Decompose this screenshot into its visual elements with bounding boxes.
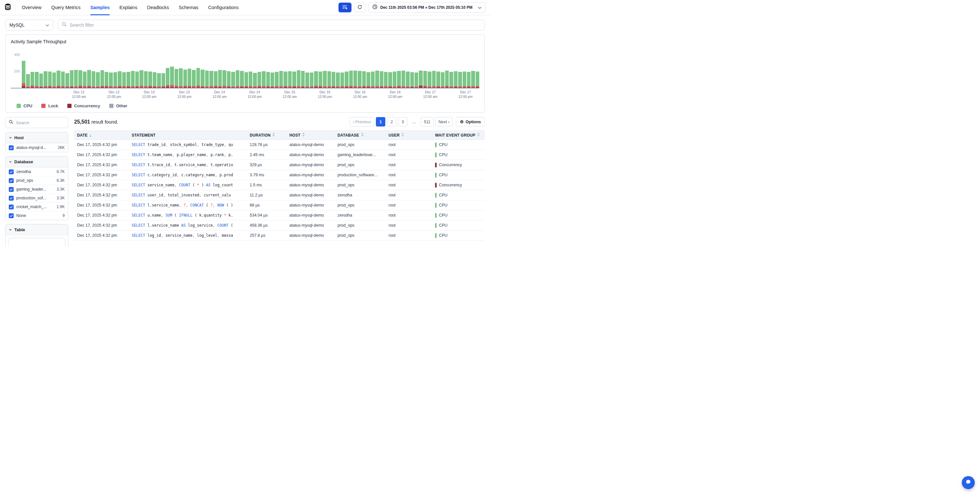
chart-bar[interactable]: [332, 72, 335, 88]
chart-bar[interactable]: [148, 72, 152, 88]
chart-bar[interactable]: [61, 72, 65, 88]
chart-bar[interactable]: [253, 73, 256, 88]
chart-bar[interactable]: [454, 71, 458, 88]
chart-bar[interactable]: [200, 70, 204, 88]
chart-bar[interactable]: [415, 73, 418, 88]
chart-bar[interactable]: [279, 71, 283, 88]
chart-bar[interactable]: [436, 72, 440, 88]
chart-bar[interactable]: [458, 72, 462, 88]
column-header-date[interactable]: DATE↓: [74, 133, 129, 138]
chart-bar[interactable]: [314, 71, 318, 88]
column-header-user[interactable]: USER: [386, 132, 432, 138]
chart-bar[interactable]: [245, 72, 248, 88]
facet-item[interactable]: zerodha8.7K: [6, 167, 68, 176]
chart-bar[interactable]: [402, 71, 405, 88]
checkbox-checked[interactable]: [9, 169, 14, 174]
chart-bar[interactable]: [70, 70, 73, 88]
page-button-2[interactable]: 2: [387, 117, 396, 127]
chart-bar[interactable]: [35, 72, 38, 88]
tab-explains[interactable]: Explains: [119, 0, 137, 15]
chart-bar[interactable]: [105, 72, 108, 88]
chart-bar[interactable]: [249, 72, 252, 88]
chart-bar[interactable]: [345, 72, 348, 88]
facet-item[interactable]: atatus-mysql-d...26K: [6, 143, 68, 152]
facet-item[interactable]: gaming_leader...3.3K: [6, 185, 68, 194]
chart-bar[interactable]: [362, 71, 366, 88]
chart-bar[interactable]: [262, 71, 265, 88]
column-header-host[interactable]: HOST: [286, 132, 334, 138]
date-range-picker[interactable]: Dec 11th 2025 03:56 PM » Dec 17th 2025 0…: [368, 2, 486, 13]
chart-bar[interactable]: [380, 71, 383, 88]
next-page-button[interactable]: Next ›: [435, 117, 453, 127]
chart-bar[interactable]: [270, 73, 274, 88]
table-row[interactable]: Dec 17, 2025 4:32 pmSELECT user_id, tota…: [74, 190, 485, 200]
facet-item[interactable]: prod_ops8.3K: [6, 176, 68, 185]
chart-bar[interactable]: [223, 70, 226, 88]
chart-bar[interactable]: [288, 71, 292, 88]
chart-bar[interactable]: [126, 72, 130, 88]
chart-bar[interactable]: [87, 70, 91, 88]
chart-bar[interactable]: [393, 72, 396, 88]
chart-bar[interactable]: [52, 73, 56, 88]
chart-bar[interactable]: [100, 70, 104, 88]
chart-bar[interactable]: [179, 68, 182, 88]
chart-bar[interactable]: [297, 70, 301, 88]
chart-bar[interactable]: [236, 70, 239, 88]
chart-bar[interactable]: [410, 72, 414, 88]
previous-page-button[interactable]: ‹ Previous: [350, 117, 374, 127]
chart-bar[interactable]: [323, 71, 326, 88]
chart-bar[interactable]: [375, 71, 379, 88]
chart-bar[interactable]: [131, 71, 135, 88]
chart-bar[interactable]: [209, 71, 213, 88]
chart-bar[interactable]: [441, 72, 444, 88]
page-ellipsis[interactable]: …: [409, 117, 419, 127]
table-row[interactable]: Dec 17, 2025 4:32 pmSELECT c.category_id…: [74, 170, 485, 180]
chart-bar[interactable]: [30, 72, 34, 88]
chart-bar[interactable]: [122, 72, 126, 88]
chart-bar[interactable]: [153, 72, 156, 88]
page-button-1[interactable]: 1: [376, 117, 385, 127]
chart-bar[interactable]: [144, 71, 148, 88]
chart-bar[interactable]: [366, 72, 370, 88]
checkbox-checked[interactable]: [9, 196, 14, 200]
chart-bar[interactable]: [196, 68, 200, 88]
chart-bar[interactable]: [384, 72, 388, 88]
table-row[interactable]: Dec 17, 2025 4:32 pmSELECT t.trace_id, t…: [74, 160, 485, 170]
chart-bar[interactable]: [231, 72, 235, 88]
tab-deadlocks[interactable]: Deadlocks: [147, 0, 169, 15]
tab-overview[interactable]: Overview: [22, 0, 41, 15]
chart-bar[interactable]: [205, 71, 209, 88]
checkbox-checked[interactable]: [9, 213, 14, 218]
table-row[interactable]: Dec 17, 2025 4:32 pmSELECT l.service_nam…: [74, 221, 485, 231]
table-row[interactable]: Dec 17, 2025 4:32 pmSELECT u.name, SUM (…: [74, 210, 485, 221]
facet-search-stub[interactable]: [8, 238, 65, 247]
chart-bar[interactable]: [467, 72, 471, 88]
chart-bar[interactable]: [292, 72, 296, 88]
chart-bar[interactable]: [471, 71, 475, 88]
chart-bar[interactable]: [349, 71, 353, 88]
chart-bar[interactable]: [463, 72, 466, 88]
chart-bar[interactable]: [266, 72, 270, 88]
facet-item[interactable]: production_sof...3.3K: [6, 194, 68, 202]
chart-bar[interactable]: [305, 73, 309, 88]
column-header-statement[interactable]: STATEMENT: [129, 133, 247, 138]
checkbox-checked[interactable]: [9, 145, 14, 150]
chart-bar[interactable]: [397, 71, 401, 88]
chart-bar[interactable]: [432, 71, 436, 88]
chart-bar[interactable]: [283, 72, 287, 88]
chart-bar[interactable]: [340, 73, 344, 88]
sidebar-search-input[interactable]: [16, 120, 65, 125]
facet-group-header-table[interactable]: Table: [6, 224, 68, 235]
chart-bar[interactable]: [227, 71, 231, 88]
checkbox-checked[interactable]: [9, 178, 14, 183]
tab-query-metrics[interactable]: Query Metrics: [51, 0, 80, 15]
options-button[interactable]: ⚙ Options: [456, 117, 485, 127]
chart-bar[interactable]: [92, 71, 95, 88]
chart-bar[interactable]: [428, 72, 431, 88]
chart-bar[interactable]: [39, 73, 43, 88]
table-row[interactable]: Dec 17, 2025 4:32 pmSELECT trade_id, sto…: [74, 140, 485, 150]
chart-bar[interactable]: [48, 72, 52, 88]
table-row[interactable]: Dec 17, 2025 4:32 pmSELECT l.service_nam…: [74, 200, 485, 210]
chart-bar[interactable]: [419, 71, 422, 88]
facet-group-header-database[interactable]: Database: [6, 156, 68, 167]
